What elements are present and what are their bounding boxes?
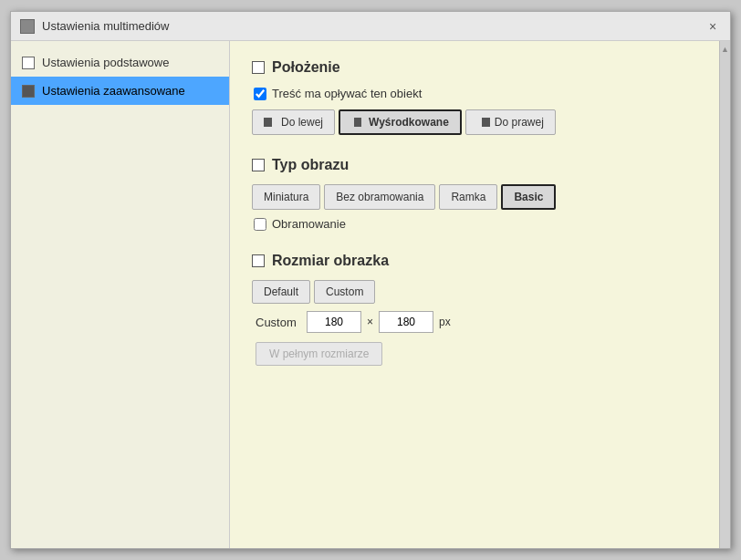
section-position: Położenie Treść ma opływać ten obiekt Do… bbox=[252, 59, 697, 135]
wrap-row: Treść ma opływać ten obiekt bbox=[254, 87, 697, 100]
border-row: Obramowanie bbox=[254, 217, 697, 231]
align-right-icon bbox=[477, 118, 490, 127]
section-image-size-title: Rozmiar obrazka bbox=[252, 253, 697, 269]
align-center-button[interactable]: Wyśrodkowane bbox=[339, 109, 462, 135]
px-label: px bbox=[439, 316, 451, 328]
size-custom-button[interactable]: Custom bbox=[314, 280, 375, 304]
type-bez-button[interactable]: Bez obramowania bbox=[324, 184, 435, 210]
section-image-size-icon bbox=[252, 254, 265, 267]
size-btn-group: Default Custom bbox=[252, 280, 697, 304]
type-basic-button[interactable]: Basic bbox=[501, 184, 556, 210]
align-center-label: Wyśrodkowane bbox=[369, 116, 449, 129]
title-bar-left: Ustawienia multimediów bbox=[20, 19, 169, 34]
sidebar-label-basic: Ustawienia podstawowe bbox=[42, 56, 169, 69]
align-left-button[interactable]: Do lewej bbox=[252, 109, 335, 135]
sidebar-icon-basic bbox=[22, 57, 35, 69]
type-ramka-button[interactable]: Ramka bbox=[439, 184, 497, 210]
dialog-title: Ustawienia multimediów bbox=[42, 19, 169, 33]
dialog: Ustawienia multimediów × Ustawienia pods… bbox=[10, 11, 731, 549]
title-bar: Ustawienia multimediów × bbox=[11, 12, 730, 41]
sidebar-item-basic[interactable]: Ustawienia podstawowe bbox=[11, 48, 229, 77]
multiply-sign: × bbox=[367, 316, 373, 328]
right-scroll-bar: ▲ bbox=[719, 41, 730, 548]
align-center-icon bbox=[351, 118, 364, 127]
section-position-icon bbox=[252, 61, 265, 74]
dialog-body: Ustawienia podstawowe Ustawienia zaawans… bbox=[11, 41, 730, 548]
section-image-type-label: Typ obrazu bbox=[272, 157, 349, 173]
sidebar-label-advanced: Ustawienia zaawansowane bbox=[42, 84, 185, 98]
align-right-button[interactable]: Do prawej bbox=[465, 109, 556, 135]
wrap-label: Treść ma opływać ten obiekt bbox=[272, 87, 422, 100]
section-image-size: Rozmiar obrazka Default Custom Custom × … bbox=[252, 253, 697, 366]
scroll-top-indicator: ▲ bbox=[721, 45, 729, 54]
custom-label: Custom bbox=[256, 316, 301, 329]
section-image-type-title: Typ obrazu bbox=[252, 157, 697, 173]
type-miniatura-button[interactable]: Miniatura bbox=[252, 184, 320, 210]
custom-size-row: Custom × px bbox=[256, 311, 697, 333]
align-left-icon bbox=[264, 118, 277, 127]
sidebar-item-advanced[interactable]: Ustawienia zaawansowane bbox=[11, 77, 229, 105]
align-btn-group: Do lewej Wyśrodkowane Do prawej bbox=[252, 109, 697, 135]
width-input[interactable] bbox=[307, 311, 361, 333]
section-image-type-icon bbox=[252, 159, 265, 171]
wrap-checkbox[interactable] bbox=[254, 88, 266, 100]
height-input[interactable] bbox=[379, 311, 433, 333]
sidebar: Ustawienia podstawowe Ustawienia zaawans… bbox=[11, 41, 230, 548]
align-right-label: Do prawej bbox=[495, 116, 544, 129]
border-label: Obramowanie bbox=[272, 217, 346, 231]
section-position-title: Położenie bbox=[252, 59, 697, 76]
main-content: Położenie Treść ma opływać ten obiekt Do… bbox=[230, 41, 719, 548]
close-button[interactable]: × bbox=[704, 18, 721, 35]
section-image-size-label: Rozmiar obrazka bbox=[272, 253, 389, 269]
full-size-button[interactable]: W pełnym rozmiarze bbox=[256, 342, 382, 366]
section-position-label: Położenie bbox=[272, 59, 340, 76]
border-checkbox[interactable] bbox=[254, 218, 266, 231]
dialog-icon bbox=[20, 19, 35, 34]
align-left-label: Do lewej bbox=[281, 116, 323, 129]
sidebar-icon-advanced bbox=[22, 85, 35, 98]
type-btn-group: Miniatura Bez obramowania Ramka Basic bbox=[252, 184, 697, 210]
size-default-button[interactable]: Default bbox=[252, 280, 310, 304]
section-image-type: Typ obrazu Miniatura Bez obramowania Ram… bbox=[252, 157, 697, 231]
